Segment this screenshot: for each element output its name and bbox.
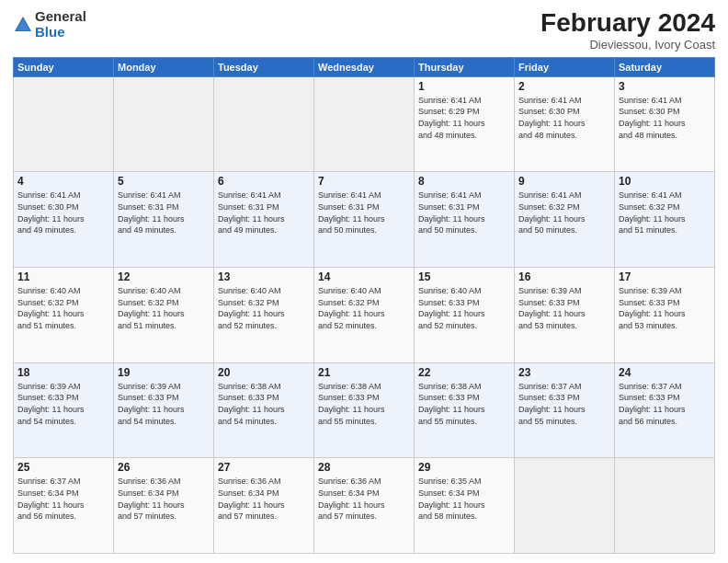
day-info: Sunrise: 6:36 AM Sunset: 6:34 PM Dayligh… — [118, 476, 210, 522]
col-header-thursday: Thursday — [415, 57, 515, 76]
calendar-cell: 1Sunrise: 6:41 AM Sunset: 6:29 PM Daylig… — [415, 76, 515, 172]
logo-text: General Blue — [35, 9, 86, 40]
calendar-cell: 13Sunrise: 6:40 AM Sunset: 6:32 PM Dayli… — [214, 268, 314, 363]
week-row-3: 11Sunrise: 6:40 AM Sunset: 6:32 PM Dayli… — [14, 268, 715, 363]
title-block: February 2024 Dieviessou, Ivory Coast — [540, 9, 715, 52]
day-info: Sunrise: 6:41 AM Sunset: 6:29 PM Dayligh… — [418, 95, 510, 141]
day-number: 21 — [318, 366, 410, 379]
day-number: 8 — [418, 175, 510, 188]
day-number: 3 — [619, 80, 711, 93]
day-number: 19 — [118, 366, 210, 379]
calendar-cell: 23Sunrise: 6:37 AM Sunset: 6:33 PM Dayli… — [515, 362, 615, 458]
header: General Blue February 2024 Dieviessou, I… — [13, 9, 715, 52]
calendar-cell: 15Sunrise: 6:40 AM Sunset: 6:33 PM Dayli… — [415, 268, 515, 363]
day-info: Sunrise: 6:41 AM Sunset: 6:30 PM Dayligh… — [17, 190, 109, 236]
day-info: Sunrise: 6:41 AM Sunset: 6:30 PM Dayligh… — [518, 95, 610, 141]
day-info: Sunrise: 6:37 AM Sunset: 6:34 PM Dayligh… — [17, 476, 109, 522]
day-info: Sunrise: 6:39 AM Sunset: 6:33 PM Dayligh… — [17, 381, 109, 427]
day-number: 5 — [118, 175, 210, 188]
calendar-cell: 3Sunrise: 6:41 AM Sunset: 6:30 PM Daylig… — [615, 76, 715, 172]
day-number: 2 — [518, 80, 610, 93]
day-info: Sunrise: 6:35 AM Sunset: 6:34 PM Dayligh… — [418, 476, 510, 522]
day-info: Sunrise: 6:40 AM Sunset: 6:32 PM Dayligh… — [218, 285, 310, 331]
calendar-cell: 10Sunrise: 6:41 AM Sunset: 6:32 PM Dayli… — [615, 172, 715, 268]
calendar-cell — [615, 458, 715, 554]
logo-general: General — [35, 9, 86, 25]
day-number: 20 — [218, 366, 310, 379]
col-header-friday: Friday — [515, 57, 615, 76]
day-info: Sunrise: 6:41 AM Sunset: 6:30 PM Dayligh… — [619, 95, 711, 141]
calendar-cell: 19Sunrise: 6:39 AM Sunset: 6:33 PM Dayli… — [114, 362, 214, 458]
day-info: Sunrise: 6:41 AM Sunset: 6:31 PM Dayligh… — [418, 190, 510, 236]
calendar-cell: 25Sunrise: 6:37 AM Sunset: 6:34 PM Dayli… — [14, 458, 114, 554]
calendar-cell — [114, 76, 214, 172]
logo-icon — [13, 15, 33, 35]
col-header-saturday: Saturday — [615, 57, 715, 76]
day-info: Sunrise: 6:37 AM Sunset: 6:33 PM Dayligh… — [518, 381, 610, 427]
day-number: 25 — [17, 461, 109, 474]
calendar-cell: 20Sunrise: 6:38 AM Sunset: 6:33 PM Dayli… — [214, 362, 314, 458]
calendar-cell: 11Sunrise: 6:40 AM Sunset: 6:32 PM Dayli… — [14, 268, 114, 363]
day-info: Sunrise: 6:40 AM Sunset: 6:32 PM Dayligh… — [17, 285, 109, 331]
day-number: 1 — [418, 80, 510, 93]
day-info: Sunrise: 6:41 AM Sunset: 6:31 PM Dayligh… — [218, 190, 310, 236]
day-info: Sunrise: 6:40 AM Sunset: 6:33 PM Dayligh… — [418, 285, 510, 331]
day-info: Sunrise: 6:41 AM Sunset: 6:31 PM Dayligh… — [318, 190, 410, 236]
calendar-cell: 21Sunrise: 6:38 AM Sunset: 6:33 PM Dayli… — [314, 362, 415, 458]
day-info: Sunrise: 6:38 AM Sunset: 6:33 PM Dayligh… — [218, 381, 310, 427]
calendar-cell: 5Sunrise: 6:41 AM Sunset: 6:31 PM Daylig… — [114, 172, 214, 268]
logo: General Blue — [13, 9, 86, 40]
day-number: 15 — [418, 270, 510, 283]
day-number: 23 — [518, 366, 610, 379]
day-info: Sunrise: 6:36 AM Sunset: 6:34 PM Dayligh… — [218, 476, 310, 522]
day-number: 6 — [218, 175, 310, 188]
day-number: 27 — [218, 461, 310, 474]
main-title: February 2024 — [540, 9, 715, 38]
calendar-cell: 2Sunrise: 6:41 AM Sunset: 6:30 PM Daylig… — [515, 76, 615, 172]
col-header-monday: Monday — [114, 57, 214, 76]
day-info: Sunrise: 6:41 AM Sunset: 6:31 PM Dayligh… — [118, 190, 210, 236]
calendar-cell: 7Sunrise: 6:41 AM Sunset: 6:31 PM Daylig… — [314, 172, 415, 268]
calendar-cell: 28Sunrise: 6:36 AM Sunset: 6:34 PM Dayli… — [314, 458, 415, 554]
day-number: 10 — [619, 175, 711, 188]
calendar-cell: 8Sunrise: 6:41 AM Sunset: 6:31 PM Daylig… — [415, 172, 515, 268]
calendar-cell — [214, 76, 314, 172]
page: General Blue February 2024 Dieviessou, I… — [0, 0, 728, 563]
day-number: 7 — [318, 175, 410, 188]
day-number: 18 — [17, 366, 109, 379]
day-info: Sunrise: 6:38 AM Sunset: 6:33 PM Dayligh… — [318, 381, 410, 427]
calendar-cell — [14, 76, 114, 172]
day-number: 26 — [118, 461, 210, 474]
week-row-1: 1Sunrise: 6:41 AM Sunset: 6:29 PM Daylig… — [14, 76, 715, 172]
day-number: 24 — [619, 366, 711, 379]
day-info: Sunrise: 6:39 AM Sunset: 6:33 PM Dayligh… — [619, 285, 711, 331]
calendar-cell: 24Sunrise: 6:37 AM Sunset: 6:33 PM Dayli… — [615, 362, 715, 458]
calendar-cell: 18Sunrise: 6:39 AM Sunset: 6:33 PM Dayli… — [14, 362, 114, 458]
day-info: Sunrise: 6:39 AM Sunset: 6:33 PM Dayligh… — [118, 381, 210, 427]
calendar-cell: 22Sunrise: 6:38 AM Sunset: 6:33 PM Dayli… — [415, 362, 515, 458]
calendar-cell — [314, 76, 415, 172]
calendar-cell: 4Sunrise: 6:41 AM Sunset: 6:30 PM Daylig… — [14, 172, 114, 268]
calendar-cell: 27Sunrise: 6:36 AM Sunset: 6:34 PM Dayli… — [214, 458, 314, 554]
calendar-table: SundayMondayTuesdayWednesdayThursdayFrid… — [13, 57, 715, 554]
calendar-cell: 29Sunrise: 6:35 AM Sunset: 6:34 PM Dayli… — [415, 458, 515, 554]
week-row-4: 18Sunrise: 6:39 AM Sunset: 6:33 PM Dayli… — [14, 362, 715, 458]
day-info: Sunrise: 6:37 AM Sunset: 6:33 PM Dayligh… — [619, 381, 711, 427]
day-info: Sunrise: 6:38 AM Sunset: 6:33 PM Dayligh… — [418, 381, 510, 427]
day-info: Sunrise: 6:40 AM Sunset: 6:32 PM Dayligh… — [118, 285, 210, 331]
calendar-cell: 9Sunrise: 6:41 AM Sunset: 6:32 PM Daylig… — [515, 172, 615, 268]
day-number: 4 — [17, 175, 109, 188]
day-number: 9 — [518, 175, 610, 188]
col-header-wednesday: Wednesday — [314, 57, 415, 76]
day-number: 14 — [318, 270, 410, 283]
logo-blue: Blue — [35, 25, 86, 40]
day-number: 28 — [318, 461, 410, 474]
subtitle: Dieviessou, Ivory Coast — [540, 38, 715, 52]
day-info: Sunrise: 6:40 AM Sunset: 6:32 PM Dayligh… — [318, 285, 410, 331]
week-row-2: 4Sunrise: 6:41 AM Sunset: 6:30 PM Daylig… — [14, 172, 715, 268]
week-row-5: 25Sunrise: 6:37 AM Sunset: 6:34 PM Dayli… — [14, 458, 715, 554]
col-header-sunday: Sunday — [14, 57, 114, 76]
day-number: 29 — [418, 461, 510, 474]
day-info: Sunrise: 6:36 AM Sunset: 6:34 PM Dayligh… — [318, 476, 410, 522]
col-header-tuesday: Tuesday — [214, 57, 314, 76]
